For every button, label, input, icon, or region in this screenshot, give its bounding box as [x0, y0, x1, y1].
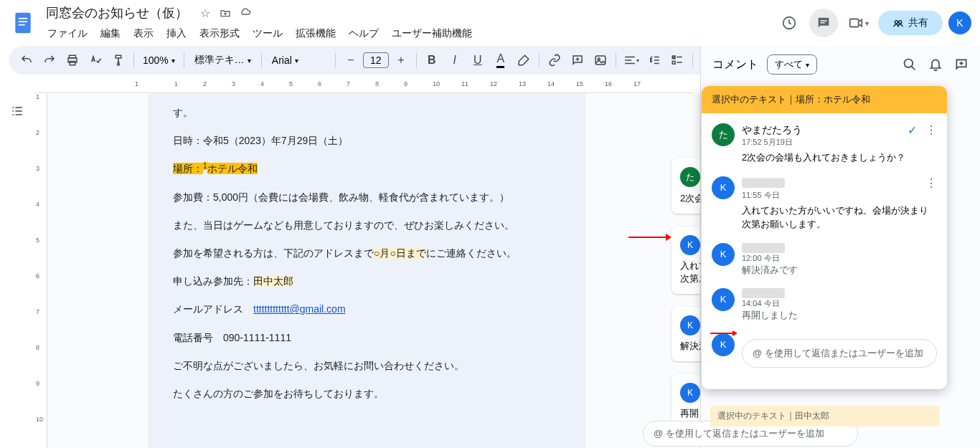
underline-button[interactable]: U [467, 49, 489, 71]
menu-a11y[interactable]: ユーザー補助機能 [386, 24, 478, 43]
menu-insert[interactable]: 挿入 [161, 24, 192, 43]
comment-popup: 選択中のテキスト｜場所：ホテル令和 た やまだたろう ✓ ⋮ 17:52 5月1… [702, 86, 947, 389]
annotation-arrow [710, 327, 738, 340]
paint-format-button[interactable] [108, 49, 129, 71]
reply-input[interactable]: @ を使用して返信またはユーザーを追加 [742, 339, 937, 368]
more-menu-icon[interactable]: ⋮ [925, 176, 937, 190]
italic-button[interactable]: I [444, 49, 466, 71]
horizontal-ruler[interactable]: 1 1 2 3 4 5 6 7 8 9 10 11 12 13 14 15 16… [34, 80, 693, 93]
doc-line[interactable]: ご不明な点がございましたら、お気軽にお問い合わせください。 [173, 352, 560, 380]
doc-line[interactable]: メールアドレス ttttttttttttt@gmail.com [173, 295, 560, 323]
resolve-check-icon[interactable]: ✓ [908, 123, 917, 137]
font-size-input[interactable]: 12 [363, 52, 389, 68]
font-select[interactable]: Arial▾ [266, 54, 331, 66]
comment-text: 入れておいた方がいいですね。会場が決まり次第お願いします。 [742, 204, 937, 232]
account-avatar[interactable]: K [948, 11, 971, 34]
svg-rect-0 [15, 13, 30, 33]
doc-line[interactable]: たくさんの方のご参加をお待ちしております。 [173, 380, 560, 408]
email-link[interactable]: ttttttttttttt@gmail.com [253, 303, 346, 315]
checklist-button[interactable] [666, 49, 688, 71]
comment-time: 17:52 5月19日 [742, 137, 937, 148]
print-button[interactable] [62, 49, 83, 71]
annotation-arrow [628, 226, 672, 246]
comments-icon[interactable] [809, 9, 838, 37]
highlight-button[interactable] [513, 49, 534, 71]
doc-line[interactable]: 場所：1ホテル令和 [173, 155, 560, 183]
bold-button[interactable]: B [421, 49, 443, 71]
comment-time: 11:55 今日 [742, 190, 937, 201]
menu-format[interactable]: 表示形式 [194, 24, 245, 43]
comment-entry: K 14:04 今日 再開しました [712, 288, 937, 322]
move-icon[interactable] [218, 6, 232, 20]
comment-time: 12:00 今日 [742, 253, 937, 264]
vertical-ruler[interactable]: 1 2 3 4 5 6 7 8 9 10 [34, 93, 47, 448]
font-size-minus[interactable]: − [340, 49, 362, 71]
comment-entry: た やまだたろう ✓ ⋮ 17:52 5月19日 2次会の会場も入れておきましょ… [712, 123, 937, 165]
redo-button[interactable] [39, 49, 60, 71]
outline-icon[interactable] [6, 100, 28, 122]
zoom-select[interactable]: 100%▾ [138, 54, 179, 66]
doc-line[interactable]: 電話番号 090-1111-1111 [173, 324, 560, 352]
svg-point-19 [905, 59, 913, 68]
comment-time: 14:04 今日 [742, 298, 937, 309]
font-size-plus[interactable]: + [390, 49, 412, 71]
svg-rect-16 [672, 62, 675, 65]
undo-button[interactable] [16, 49, 37, 71]
share-button[interactable]: 共有 [878, 11, 943, 35]
search-icon[interactable] [903, 57, 917, 72]
link-button[interactable] [544, 49, 565, 71]
next-comment-banner[interactable]: 選択中のテキスト｜田中太郎 [710, 406, 940, 426]
doc-line[interactable]: 申し込み参加先：田中太郎 [173, 267, 560, 295]
doc-title[interactable]: 同窓会のお知らせ（仮） [42, 3, 192, 23]
panel-title: コメント [712, 57, 758, 72]
svg-rect-2 [19, 21, 27, 22]
history-icon[interactable] [775, 9, 804, 37]
filter-select[interactable]: すべて▾ [767, 54, 817, 75]
reply-row: K @ を使用して返信またはユーザーを追加 [712, 333, 937, 368]
meet-icon[interactable]: ▾ [844, 9, 872, 37]
svg-marker-21 [732, 330, 738, 336]
menu-edit[interactable]: 編集 [95, 24, 126, 43]
menu-file[interactable]: ファイル [42, 24, 93, 43]
svg-point-9 [899, 21, 902, 24]
comment-status: 再開しました [742, 309, 937, 322]
menu-help[interactable]: ヘルプ [343, 24, 385, 43]
commenter-name-redacted [742, 243, 785, 253]
header: 同窓会のお知らせ（仮） ☆ ファイル 編集 表示 挿入 表示形式 ツール 拡張機… [0, 0, 980, 46]
page[interactable]: す。 日時：令和5（2023）年7月29日（土） 場所：1ホテル令和 参加費：5… [148, 93, 585, 448]
menu-tools[interactable]: ツール [247, 24, 288, 43]
insert-image-button[interactable] [590, 49, 611, 71]
comment-text: 2次会の会場も入れておきましょうか？ [742, 151, 937, 165]
cloud-status-icon[interactable] [238, 6, 253, 20]
popup-banner: 選択中のテキスト｜場所：ホテル令和 [702, 86, 947, 113]
svg-rect-3 [19, 24, 25, 26]
more-menu-icon[interactable]: ⋮ [925, 123, 937, 137]
doc-line[interactable]: 日時：令和5（2023）年7月29日（土） [173, 127, 560, 155]
text-color-button[interactable]: A [490, 49, 512, 71]
bell-icon[interactable] [928, 57, 943, 72]
add-comment-button[interactable] [567, 49, 588, 71]
commenter-name: やまだたろう [742, 124, 802, 137]
doc-line[interactable]: す。 [173, 99, 560, 127]
align-button[interactable]: ▾ [621, 49, 642, 71]
comment-status: 解決済みです [742, 264, 937, 277]
commenter-name-redacted [742, 288, 785, 298]
doc-line[interactable]: 参加費：5,000円（会費には会場費、飲み物、軽食代が含まれています。） [173, 184, 560, 211]
comment-entry: K 12:00 今日 解決済みです [712, 243, 937, 277]
docs-logo-icon[interactable] [9, 9, 37, 37]
spellcheck-button[interactable] [85, 49, 106, 71]
star-icon[interactable]: ☆ [198, 6, 212, 20]
commenter-name-redacted [742, 178, 785, 188]
menu-view[interactable]: 表示 [128, 24, 159, 43]
style-select[interactable]: 標準テキ…▾ [189, 54, 257, 67]
line-spacing-button[interactable] [644, 49, 665, 71]
svg-rect-5 [820, 20, 826, 21]
doc-line[interactable]: 参加を希望される方は、下記のアドレスまで○月○日までにご連絡ください。 [173, 239, 560, 267]
doc-line[interactable]: また、当日はゲームなども用意しておりますので、ぜひお楽しみください。 [173, 211, 560, 239]
svg-rect-7 [849, 19, 858, 27]
menu-extensions[interactable]: 拡張機能 [290, 24, 341, 43]
new-comment-icon[interactable] [954, 57, 969, 72]
comment-entry: K ⋮ 11:55 今日 入れておいた方がいいですね。会場が決まり次第お願いしま… [712, 176, 937, 232]
svg-point-8 [895, 21, 897, 24]
svg-marker-18 [666, 234, 672, 241]
